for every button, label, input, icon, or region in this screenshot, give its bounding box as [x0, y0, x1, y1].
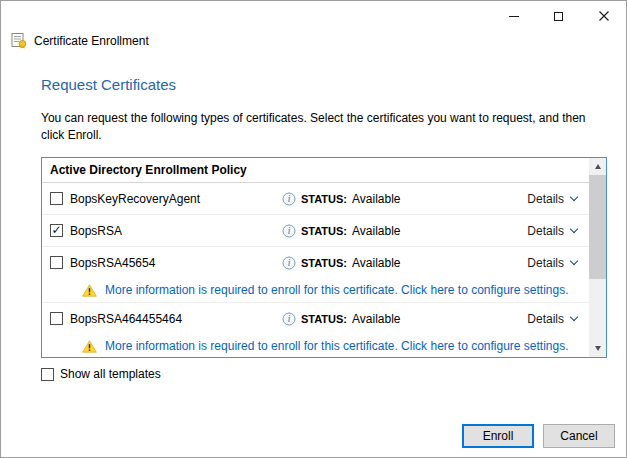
certificate-group: BopsKeyRecoveryAgent i STATUS: Available… — [42, 183, 589, 215]
minimize-icon — [509, 16, 519, 17]
svg-text:i: i — [288, 194, 291, 204]
enrollment-policy-header: Active Directory Enrollment Policy — [42, 158, 589, 183]
chevron-down-icon — [570, 193, 578, 201]
svg-text:i: i — [288, 258, 291, 268]
details-toggle[interactable]: Details — [527, 256, 577, 270]
certificate-list-body: BopsKeyRecoveryAgent i STATUS: Available… — [42, 183, 589, 358]
page-title: Request Certificates — [41, 76, 626, 93]
certificate-status: i STATUS: Available — [282, 312, 401, 326]
warning-icon — [82, 284, 97, 297]
warning-icon — [82, 340, 97, 353]
page-description: You can request the following types of c… — [41, 110, 589, 144]
certificate-checkbox[interactable]: ✓ — [50, 224, 63, 237]
certificate-warning-row: More information is required to enroll f… — [42, 334, 589, 358]
certificate-status: i STATUS: Available — [282, 224, 401, 238]
info-icon: i — [282, 312, 296, 326]
minimize-button[interactable] — [491, 1, 536, 31]
details-label: Details — [527, 256, 564, 270]
show-all-templates-label: Show all templates — [60, 367, 161, 381]
cancel-button[interactable]: Cancel — [543, 424, 615, 448]
details-label: Details — [527, 224, 564, 238]
status-value: Available — [352, 312, 400, 326]
scroll-down-arrow-icon — [595, 346, 601, 351]
app-title: Certificate Enrollment — [34, 34, 149, 48]
certificate-group: BopsRSA464455464 i STATUS: Available Det… — [42, 303, 589, 358]
titlebar — [1, 1, 626, 31]
certificate-group: ✓ BopsRSA i STATUS: Available Details — [42, 215, 589, 247]
status-label: STATUS: — [301, 225, 347, 237]
chevron-down-icon — [570, 225, 578, 233]
vertical-scrollbar[interactable] — [589, 158, 606, 357]
certificate-checkbox[interactable] — [50, 312, 63, 325]
certificate-checkbox[interactable] — [50, 256, 63, 269]
maximize-icon — [554, 12, 563, 21]
footer-buttons: Enroll Cancel — [462, 424, 615, 448]
enroll-button[interactable]: Enroll — [462, 424, 534, 448]
certificate-name: BopsRSA — [70, 224, 282, 238]
certificate-checkbox[interactable] — [50, 192, 63, 205]
details-toggle[interactable]: Details — [527, 224, 577, 238]
info-icon: i — [282, 224, 296, 238]
status-value: Available — [352, 192, 400, 206]
chevron-down-icon — [570, 257, 578, 265]
maximize-button[interactable] — [536, 1, 581, 31]
certificate-name: BopsKeyRecoveryAgent — [70, 192, 282, 206]
show-all-templates-checkbox[interactable] — [41, 368, 54, 381]
certificate-row[interactable]: BopsRSA464455464 i STATUS: Available Det… — [42, 303, 589, 334]
certificate-name: BopsRSA464455464 — [70, 312, 282, 326]
certificate-name: BopsRSA45654 — [70, 256, 282, 270]
certificate-row[interactable]: BopsKeyRecoveryAgent i STATUS: Available… — [42, 183, 589, 214]
configure-settings-link[interactable]: More information is required to enroll f… — [105, 283, 569, 297]
app-header: Certificate Enrollment — [1, 31, 626, 51]
scroll-up-arrow-icon — [595, 164, 601, 169]
certificate-warning-row: More information is required to enroll f… — [42, 278, 589, 302]
status-label: STATUS: — [301, 257, 347, 269]
certificate-status: i STATUS: Available — [282, 192, 401, 206]
close-icon — [599, 11, 609, 21]
certificate-row[interactable]: BopsRSA45654 i STATUS: Available Details — [42, 247, 589, 278]
info-icon: i — [282, 192, 296, 206]
details-label: Details — [527, 312, 564, 326]
configure-settings-link[interactable]: More information is required to enroll f… — [105, 339, 569, 353]
certificate-status: i STATUS: Available — [282, 256, 401, 270]
scroll-up-button[interactable] — [589, 158, 606, 175]
scrollbar-thumb[interactable] — [589, 175, 606, 279]
details-toggle[interactable]: Details — [527, 192, 577, 206]
certificate-row[interactable]: ✓ BopsRSA i STATUS: Available Details — [42, 215, 589, 246]
info-icon: i — [282, 256, 296, 270]
details-label: Details — [527, 192, 564, 206]
svg-text:i: i — [288, 226, 291, 236]
certificate-enrollment-icon — [11, 33, 27, 49]
status-label: STATUS: — [301, 193, 347, 205]
svg-text:i: i — [288, 314, 291, 324]
status-value: Available — [352, 224, 400, 238]
certificate-template-list: Active Directory Enrollment Policy BopsK… — [41, 157, 607, 358]
certificate-group: BopsRSA45654 i STATUS: Available Details — [42, 247, 589, 303]
scroll-down-button[interactable] — [589, 340, 606, 357]
close-button[interactable] — [581, 1, 626, 31]
status-value: Available — [352, 256, 400, 270]
details-toggle[interactable]: Details — [527, 312, 577, 326]
wizard-content: Request Certificates You can request the… — [1, 76, 626, 381]
show-all-templates: Show all templates — [41, 367, 626, 381]
chevron-down-icon — [570, 313, 578, 321]
status-label: STATUS: — [301, 313, 347, 325]
certificate-enrollment-window: Certificate Enrollment Request Certifica… — [0, 0, 627, 458]
